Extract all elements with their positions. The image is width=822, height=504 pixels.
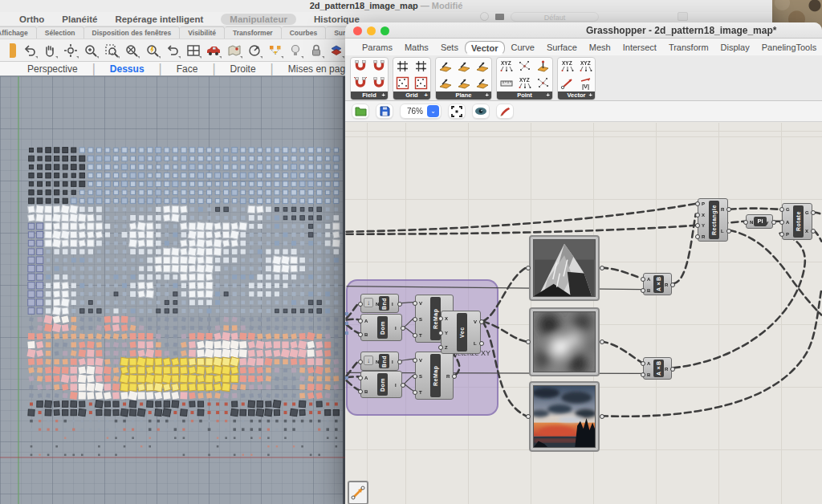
menu-curve[interactable]: Curve <box>506 41 540 54</box>
input-N-port[interactable] <box>358 302 363 307</box>
viewport-tab-perspective[interactable]: Perspective <box>13 63 92 75</box>
vector-length-icon[interactable]: |V| <box>576 75 595 91</box>
vector-2pt-icon[interactable] <box>558 75 576 91</box>
output-R-port[interactable] <box>452 374 457 379</box>
input-P-port[interactable] <box>695 201 700 206</box>
panel-icon[interactable] <box>678 12 688 21</box>
input-port[interactable] <box>526 414 531 419</box>
input-port[interactable] <box>526 339 531 344</box>
viewport-tab-face[interactable]: Face <box>162 63 213 75</box>
toolbar-tab-disposition-des-fen-tres[interactable]: Disposition des fenêtres <box>84 26 181 39</box>
input-A-port[interactable] <box>641 277 645 282</box>
plane-corner-icon[interactable] <box>436 75 454 91</box>
layer-dropdown[interactable]: Défaut <box>511 12 599 22</box>
zoom-dropdown-chevron-icon[interactable]: ⌄ <box>427 105 439 117</box>
status-toggle-ortho[interactable]: Ortho <box>19 14 44 24</box>
input-Y-port[interactable] <box>438 331 443 335</box>
output-port[interactable] <box>600 339 604 344</box>
viewport-tab-droite[interactable]: Droite <box>216 63 271 75</box>
expand-group-icon[interactable]: + <box>486 91 489 100</box>
layer-color-chip[interactable] <box>495 14 504 20</box>
input-N-port[interactable] <box>358 360 363 364</box>
input-X-port[interactable] <box>695 213 700 217</box>
expand-group-icon[interactable]: + <box>589 91 592 100</box>
input-B-port[interactable] <box>358 389 363 394</box>
output-R-port[interactable] <box>670 282 675 287</box>
output-I-port[interactable] <box>401 383 405 388</box>
layers-icon[interactable] <box>328 42 345 59</box>
input-T-port[interactable] <box>413 333 417 338</box>
output-port[interactable] <box>600 266 604 270</box>
preview-eye-button[interactable] <box>472 104 490 119</box>
output-I-port[interactable] <box>397 302 402 307</box>
image-heightmap[interactable] <box>529 307 600 376</box>
lock-icon[interactable] <box>307 42 325 59</box>
xyz-deconstruct-icon[interactable]: XYZ <box>497 58 515 75</box>
menu-display[interactable]: Display <box>715 41 755 54</box>
status-toggle-plan-it-[interactable]: Planéité <box>62 14 97 24</box>
menu-maths[interactable]: Maths <box>399 41 434 54</box>
output-y-port[interactable] <box>771 220 776 225</box>
point-cluster-icon[interactable] <box>534 75 552 91</box>
undo-icon[interactable] <box>21 42 39 59</box>
status-toggle-manipulateur[interactable]: Manipulateur <box>221 14 296 25</box>
four-viewports-icon[interactable] <box>185 42 202 59</box>
input-V-port[interactable] <box>413 358 417 363</box>
image-sunset[interactable] <box>529 381 600 452</box>
zoom-plus-icon[interactable] <box>82 42 100 59</box>
tool-group-label[interactable]: Field+ <box>351 91 388 100</box>
component-rectangle[interactable]: RectanglePXYRRL <box>698 198 728 242</box>
component-domain-2[interactable]: DomABI <box>360 371 402 398</box>
menu-panelingtools[interactable]: PanelingTools <box>756 41 822 54</box>
component-multiply-1[interactable]: A×BABR <box>643 273 672 295</box>
input-A-port[interactable] <box>641 361 645 366</box>
search-icon[interactable] <box>480 12 489 21</box>
toolbar-tab-transformer[interactable]: Transformer <box>225 26 282 39</box>
output-I-port[interactable] <box>397 360 402 364</box>
input-Y-port[interactable] <box>695 223 700 228</box>
status-toggle-rep-rage-intelligent[interactable]: Repérage intelligent <box>115 14 203 24</box>
lights-icon[interactable] <box>267 42 284 59</box>
save-file-button[interactable] <box>376 104 393 119</box>
menu-transform[interactable]: Transform <box>663 41 714 54</box>
tool-group-label[interactable]: Point+ <box>497 91 552 100</box>
xyz-vector-icon[interactable]: XYZ <box>558 58 576 75</box>
map-icon[interactable] <box>226 42 243 59</box>
grasshopper-canvas[interactable]: reparameterize XY Bnd↓NIDomABIReMapVSTRB… <box>345 123 822 504</box>
menu-mesh[interactable]: Mesh <box>584 41 616 54</box>
output-V-port[interactable] <box>479 319 484 324</box>
input-N-port[interactable] <box>743 220 748 225</box>
input-S-port[interactable] <box>413 374 417 379</box>
component-domain-1[interactable]: DomABI <box>360 314 402 341</box>
point-scatter-icon[interactable] <box>515 58 534 75</box>
input-B-port[interactable] <box>641 288 645 293</box>
input-X-port[interactable] <box>438 316 443 321</box>
menu-vector[interactable]: Vector <box>465 41 505 55</box>
component-pi[interactable]: PiNy <box>746 214 773 229</box>
expand-group-icon[interactable]: + <box>425 91 428 100</box>
component-bounds-1[interactable]: Bnd↓NI <box>360 294 399 313</box>
zoom-level-control[interactable]: 76% ⌄ <box>400 104 442 119</box>
zoom-extents-button[interactable] <box>448 104 466 119</box>
output-R-port[interactable] <box>726 207 731 212</box>
output-port[interactable] <box>600 414 604 419</box>
input-G-port[interactable] <box>779 207 784 212</box>
output-X-port[interactable] <box>811 229 816 234</box>
tool-group-label[interactable]: Plane+ <box>436 91 491 100</box>
menu-surface[interactable]: Surface <box>541 41 583 54</box>
xyz-construct-icon[interactable]: XYZ <box>515 75 534 91</box>
input-B-port[interactable] <box>358 332 363 337</box>
plane-flag-icon[interactable] <box>473 58 491 75</box>
zoom-window-icon[interactable] <box>103 42 120 59</box>
ruler-icon[interactable] <box>497 75 515 91</box>
magnet-spark-icon[interactable] <box>351 75 369 91</box>
input-V-port[interactable] <box>413 301 417 306</box>
viewport-tab-dessus[interactable]: Dessus <box>96 63 159 75</box>
toolbar-tab-courbes[interactable]: Courbes <box>282 26 326 39</box>
menu-sets[interactable]: Sets <box>435 41 464 54</box>
zoom-flash-icon[interactable] <box>144 42 161 59</box>
input-Z-port[interactable] <box>438 345 443 350</box>
output-L-port[interactable] <box>479 341 484 346</box>
minimize-button[interactable] <box>367 26 376 35</box>
component-bounds-2[interactable]: Bnd↓NI <box>360 352 399 371</box>
